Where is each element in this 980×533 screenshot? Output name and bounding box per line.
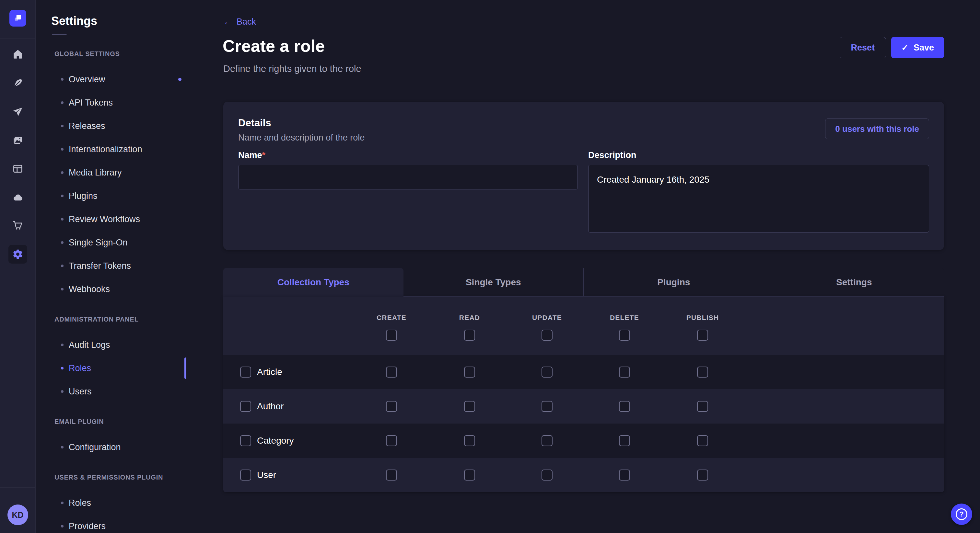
bullet-icon: [61, 501, 64, 504]
page-title: Create a role: [223, 36, 325, 56]
releases-paper-plane-icon[interactable]: [8, 102, 27, 121]
sidebar-item-roles-admin[interactable]: Roles: [36, 357, 186, 380]
author-update-checkbox[interactable]: [541, 401, 552, 412]
user-update-checkbox[interactable]: [541, 470, 552, 481]
settings-gear-icon[interactable]: [8, 245, 27, 263]
section-header-users-permissions-plugin: USERS & PERMISSIONS PLUGIN: [54, 474, 186, 482]
strapi-logo[interactable]: [10, 10, 26, 27]
user-publish-checkbox[interactable]: [697, 470, 708, 481]
bullet-icon: [61, 446, 64, 449]
bullet-icon: [61, 218, 64, 220]
article-publish-checkbox[interactable]: [697, 366, 708, 378]
sidebar-item-transfer-tokens[interactable]: Transfer Tokens: [36, 254, 186, 278]
check-icon: ✓: [901, 43, 908, 53]
marketplace-cart-icon[interactable]: [8, 216, 27, 235]
select-all-create-checkbox[interactable]: [386, 330, 397, 341]
content-type-builder-layout-icon[interactable]: [8, 159, 27, 178]
category-publish-checkbox[interactable]: [697, 435, 708, 446]
category-read-checkbox[interactable]: [464, 435, 475, 446]
description-label: Description: [588, 150, 929, 160]
permissions-tabs: Collection Types Single Types Plugins Se…: [223, 268, 944, 297]
bullet-icon: [61, 125, 64, 127]
row-select-checkbox[interactable]: [240, 366, 251, 378]
details-card: Details Name and description of the role…: [223, 102, 944, 250]
column-header-update: UPDATE: [532, 314, 562, 322]
bullet-icon: [61, 288, 64, 290]
content-manager-feather-icon[interactable]: [8, 74, 27, 93]
bullet-icon: [61, 171, 64, 174]
name-label: Name*: [238, 150, 578, 160]
sidebar-item-media-library[interactable]: Media Library: [36, 161, 186, 184]
rail-divider: [0, 487, 35, 488]
article-delete-checkbox[interactable]: [619, 366, 630, 378]
sidebar-item-api-tokens[interactable]: API Tokens: [36, 91, 186, 114]
bullet-icon: [61, 241, 64, 244]
category-update-checkbox[interactable]: [541, 435, 552, 446]
bullet-icon: [61, 148, 64, 151]
select-all-delete-checkbox[interactable]: [619, 330, 630, 341]
article-read-checkbox[interactable]: [464, 366, 475, 378]
user-delete-checkbox[interactable]: [619, 470, 630, 481]
home-icon[interactable]: [8, 45, 27, 64]
strapi-logo-icon: [12, 13, 23, 24]
select-all-publish-checkbox[interactable]: [697, 330, 708, 341]
reset-button[interactable]: Reset: [840, 37, 886, 58]
sidebar-item-webhooks[interactable]: Webhooks: [36, 278, 186, 301]
sidebar-item-internationalization[interactable]: Internationalization: [36, 138, 186, 161]
article-create-checkbox[interactable]: [386, 366, 397, 378]
section-header-global-settings: GLOBAL SETTINGS: [54, 50, 186, 58]
user-avatar[interactable]: KD: [8, 504, 28, 525]
users-with-role-button[interactable]: 0 users with this role: [825, 119, 929, 139]
help-button[interactable]: ?: [951, 503, 972, 525]
permissions-table: CREATE READ UPDATE DELETE PUBLISH Articl…: [223, 297, 944, 492]
sidebar-item-releases[interactable]: Releases: [36, 114, 186, 138]
save-button[interactable]: ✓ Save: [891, 37, 944, 58]
sidebar-item-single-sign-on[interactable]: Single Sign-On: [36, 231, 186, 254]
author-delete-checkbox[interactable]: [619, 401, 630, 412]
table-row-article: Article: [223, 355, 944, 389]
name-input[interactable]: [238, 165, 578, 189]
row-select-checkbox[interactable]: [240, 435, 251, 446]
sidebar-item-overview[interactable]: Overview: [36, 68, 186, 91]
sidebar-item-providers[interactable]: Providers: [36, 514, 186, 533]
select-all-read-checkbox[interactable]: [464, 330, 475, 341]
sidebar-item-users[interactable]: Users: [36, 380, 186, 403]
column-header-read: READ: [459, 314, 480, 322]
deployments-cloud-icon[interactable]: [8, 188, 27, 207]
author-publish-checkbox[interactable]: [697, 401, 708, 412]
media-library-images-icon[interactable]: [8, 131, 27, 150]
tab-collection-types[interactable]: Collection Types: [223, 268, 404, 297]
user-read-checkbox[interactable]: [464, 470, 475, 481]
back-arrow-icon: ←: [223, 17, 232, 27]
bullet-icon: [61, 265, 64, 267]
bullet-icon: [61, 525, 64, 528]
category-create-checkbox[interactable]: [386, 435, 397, 446]
user-create-checkbox[interactable]: [386, 470, 397, 481]
row-select-checkbox[interactable]: [240, 401, 251, 412]
sidebar-item-audit-logs[interactable]: Audit Logs: [36, 333, 186, 357]
sidebar-item-review-workflows[interactable]: Review Workflows: [36, 208, 186, 231]
column-header-create: CREATE: [377, 314, 406, 322]
table-row-author: Author: [223, 389, 944, 424]
description-textarea[interactable]: Created January 16th, 2025: [588, 165, 929, 233]
select-all-update-checkbox[interactable]: [541, 330, 552, 341]
author-read-checkbox[interactable]: [464, 401, 475, 412]
name-field-group: Name*: [238, 150, 578, 189]
article-update-checkbox[interactable]: [541, 366, 552, 378]
column-header-delete: DELETE: [610, 314, 639, 322]
bullet-icon: [61, 195, 64, 197]
tab-plugins[interactable]: Plugins: [583, 268, 764, 297]
author-create-checkbox[interactable]: [386, 401, 397, 412]
sidebar-item-roles-up[interactable]: Roles: [36, 491, 186, 514]
app-root: KD Settings GLOBAL SETTINGS Overview API…: [0, 0, 980, 533]
sidebar-item-configuration[interactable]: Configuration: [36, 436, 186, 459]
tab-single-types[interactable]: Single Types: [404, 268, 584, 297]
bullet-icon: [61, 102, 64, 104]
sidebar-item-plugins[interactable]: Plugins: [36, 184, 186, 208]
category-delete-checkbox[interactable]: [619, 435, 630, 446]
tab-settings[interactable]: Settings: [764, 268, 944, 297]
row-select-checkbox[interactable]: [240, 470, 251, 481]
back-link[interactable]: ← Back: [223, 17, 256, 27]
column-header-publish: PUBLISH: [686, 314, 719, 322]
bullet-icon: [61, 78, 64, 81]
